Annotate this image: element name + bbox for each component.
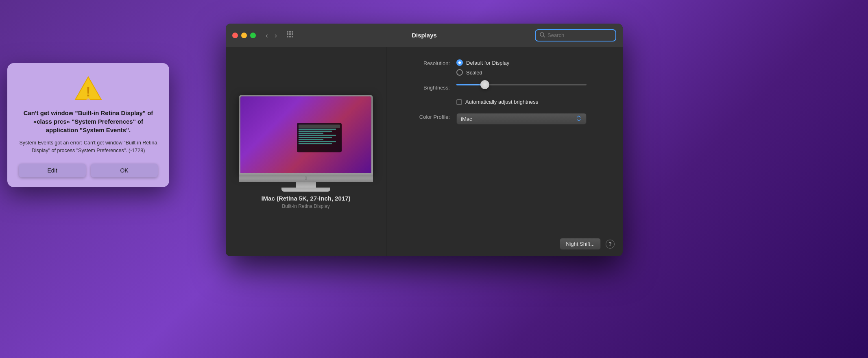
search-icon xyxy=(540,32,545,39)
terminal-line xyxy=(299,133,323,134)
resolution-default-label: Default for Display xyxy=(466,60,509,66)
imac-body:  xyxy=(239,95,373,188)
svg-rect-6 xyxy=(292,31,293,33)
alert-buttons: Edit OK xyxy=(19,164,158,177)
svg-rect-10 xyxy=(287,36,288,37)
display-subtitle: Built-in Retina Display xyxy=(282,203,329,209)
dropdown-arrow-icon xyxy=(576,115,582,123)
terminal-window xyxy=(297,123,342,152)
imac-chin:  xyxy=(239,175,373,182)
svg-rect-8 xyxy=(289,33,291,35)
resolution-scaled-option[interactable]: Scaled xyxy=(456,69,509,76)
traffic-lights xyxy=(232,33,256,38)
color-profile-label: Color Profile: xyxy=(401,113,450,120)
brightness-slider-track[interactable] xyxy=(456,84,587,85)
resolution-scaled-radio[interactable] xyxy=(456,69,463,76)
svg-line-14 xyxy=(543,36,545,37)
brightness-control xyxy=(456,84,587,85)
apple-logo-icon:  xyxy=(305,175,307,181)
alert-icon-area: ! xyxy=(19,75,158,101)
imac-stand-base xyxy=(281,188,330,192)
window-title: Displays xyxy=(412,32,437,39)
maximize-button[interactable] xyxy=(250,33,256,38)
search-box[interactable] xyxy=(535,29,616,41)
terminal-lines xyxy=(299,129,340,144)
warning-icon: ! xyxy=(74,75,103,101)
imac-illustration:  xyxy=(239,95,373,188)
alert-dialog: ! Can't get window "Built-in Retina Disp… xyxy=(7,63,169,187)
brightness-row: Brightness: xyxy=(401,84,608,91)
forward-button[interactable]: › xyxy=(272,30,279,41)
terminal-line xyxy=(299,131,332,132)
title-bar: ‹ › Displays xyxy=(226,24,623,47)
night-shift-button[interactable]: Night Shift... xyxy=(560,238,601,250)
color-profile-control: iMac xyxy=(456,113,587,124)
edit-button[interactable]: Edit xyxy=(19,164,86,177)
svg-rect-11 xyxy=(289,36,291,37)
brightness-slider-thumb[interactable] xyxy=(480,80,489,89)
imac-screen-content xyxy=(240,96,371,173)
terminal-line xyxy=(299,139,323,140)
resolution-control: Default for Display Scaled xyxy=(456,59,509,76)
imac-stand-top xyxy=(296,182,316,188)
terminal-line xyxy=(299,135,336,136)
ok-button[interactable]: OK xyxy=(91,164,158,177)
auto-brightness-checkbox[interactable] xyxy=(456,99,462,105)
search-input[interactable] xyxy=(547,32,611,38)
resolution-scaled-label: Scaled xyxy=(466,70,482,76)
nav-buttons: ‹ › xyxy=(263,30,279,41)
resolution-default-radio[interactable] xyxy=(456,59,463,66)
terminal-line xyxy=(299,129,336,130)
auto-brightness-label: Automatically adjust brightness xyxy=(465,99,538,105)
help-button[interactable]: ? xyxy=(606,240,615,249)
svg-rect-12 xyxy=(292,36,293,37)
display-name: iMac (Retina 5K, 27-inch, 2017) xyxy=(261,195,350,202)
settings-panel: Resolution: Default for Display Scaled B… xyxy=(386,47,623,256)
imac-screen-bezel xyxy=(240,96,371,173)
minimize-button[interactable] xyxy=(241,33,247,38)
svg-text:!: ! xyxy=(86,84,90,99)
terminal-line xyxy=(299,137,332,138)
display-panel:  iMac (Retina 5K, 27-inch, 2017) Built-… xyxy=(226,47,386,256)
svg-rect-7 xyxy=(287,33,288,35)
auto-brightness-row[interactable]: Automatically adjust brightness xyxy=(456,99,608,105)
terminal-line xyxy=(299,143,332,144)
preferences-window: ‹ › Displays xyxy=(226,24,623,256)
back-button[interactable]: ‹ xyxy=(263,30,270,41)
color-profile-row: Color Profile: iMac xyxy=(401,113,608,124)
alert-message: System Events got an error: Can't get wi… xyxy=(19,139,158,155)
resolution-row: Resolution: Default for Display Scaled xyxy=(401,59,608,76)
color-profile-dropdown[interactable]: iMac xyxy=(456,113,587,124)
main-content:  iMac (Retina 5K, 27-inch, 2017) Built-… xyxy=(226,47,623,256)
svg-rect-9 xyxy=(292,33,293,35)
bottom-bar: Night Shift... ? xyxy=(560,238,615,250)
svg-rect-5 xyxy=(289,31,291,33)
resolution-label: Resolution: xyxy=(401,59,450,66)
svg-rect-4 xyxy=(287,31,288,33)
imac-screen-outer xyxy=(239,95,373,175)
close-button[interactable] xyxy=(232,33,238,38)
resolution-default-option[interactable]: Default for Display xyxy=(456,59,509,66)
color-profile-value: iMac xyxy=(461,116,576,122)
terminal-line xyxy=(299,141,336,142)
grid-icon[interactable] xyxy=(286,30,294,40)
alert-title: Can't get window "Built-in Retina Displa… xyxy=(19,109,158,134)
terminal-titlebar xyxy=(299,124,340,128)
brightness-label: Brightness: xyxy=(401,84,450,91)
